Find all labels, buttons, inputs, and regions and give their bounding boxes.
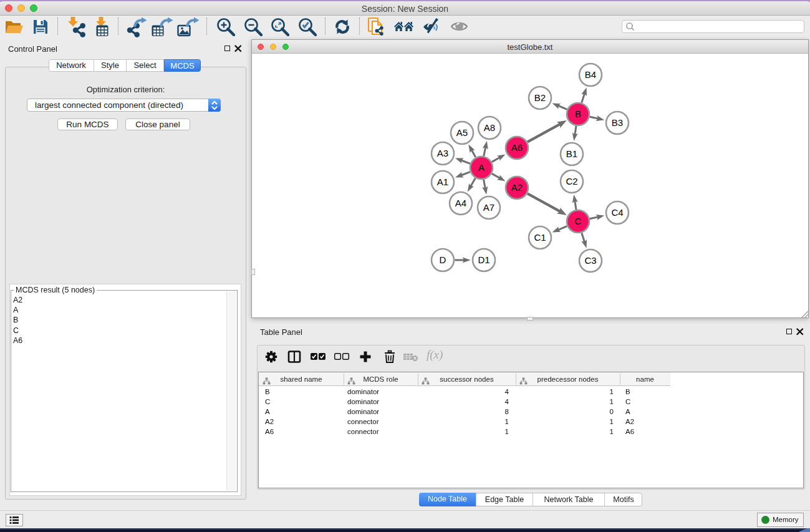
svg-text:C3: C3 [584,255,596,266]
svg-text:C2: C2 [566,176,577,186]
svg-text:A: A [478,162,485,173]
svg-text:B4: B4 [585,69,596,80]
svg-text:A7: A7 [483,202,494,213]
svg-text:A3: A3 [437,148,448,158]
svg-text:A6: A6 [511,142,523,153]
svg-text:A1: A1 [437,177,448,187]
svg-text:A8: A8 [484,122,495,133]
svg-text:A4: A4 [455,198,466,208]
svg-text:A5: A5 [456,127,468,138]
svg-text:C1: C1 [534,232,546,243]
svg-text:D: D [440,254,446,265]
svg-text:B: B [575,109,581,119]
svg-text:C4: C4 [611,207,623,218]
svg-text:B3: B3 [612,117,623,128]
svg-text:B2: B2 [534,92,546,103]
svg-text:C: C [575,216,582,226]
svg-text:B1: B1 [566,148,577,159]
svg-text:A2: A2 [511,182,523,193]
svg-text:D1: D1 [478,254,489,265]
